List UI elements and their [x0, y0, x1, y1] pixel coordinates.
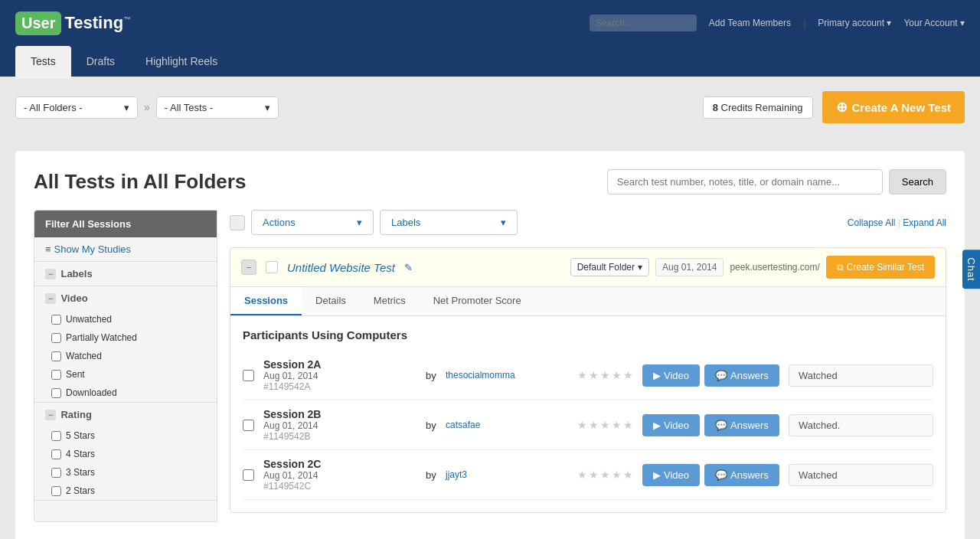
session-2a-date: Aug 01, 2014 [263, 371, 416, 381]
filter-5stars[interactable]: 5 Stars [34, 426, 217, 445]
folder-arrow-separator: » [144, 101, 150, 113]
star-5[interactable]: ★ [623, 419, 633, 431]
star-3[interactable]: ★ [600, 469, 610, 481]
show-my-studies-link[interactable]: ≡ Show My Studies [34, 237, 217, 262]
top-search-input[interactable] [590, 15, 697, 31]
3stars-checkbox[interactable] [51, 468, 61, 478]
tab-details[interactable]: Details [302, 287, 360, 315]
star-4[interactable]: ★ [612, 419, 622, 431]
star-3[interactable]: ★ [600, 419, 610, 431]
session-2a-info: Session 2A Aug 01, 2014 #1149542A [263, 358, 416, 392]
star-1[interactable]: ★ [577, 419, 587, 431]
sessions-content: Participants Using Computers Session 2A … [230, 316, 946, 512]
session-2b-answers-button[interactable]: 💬 Answers [704, 414, 779, 436]
test-select[interactable]: - All Tests - ▾ [156, 96, 279, 119]
session-2b-checkbox[interactable] [243, 420, 254, 431]
actions-dropdown[interactable]: Actions ▾ [251, 210, 374, 235]
tab-tests[interactable]: Tests [15, 46, 71, 79]
session-2c-title[interactable]: Session 2C [263, 458, 416, 470]
star-4[interactable]: ★ [612, 469, 622, 481]
star-2[interactable]: ★ [589, 369, 599, 381]
4stars-checkbox[interactable] [51, 449, 61, 459]
star-3[interactable]: ★ [600, 369, 610, 381]
collapse-video-icon: − [45, 293, 56, 304]
test-folder-dropdown[interactable]: Default Folder ▾ [570, 258, 649, 276]
collapse-all-link[interactable]: Collapse All [848, 217, 896, 228]
sent-checkbox[interactable] [51, 370, 61, 380]
search-button[interactable]: Search [889, 169, 946, 194]
star-2[interactable]: ★ [589, 469, 599, 481]
session-2a-user[interactable]: thesocialmomma [446, 370, 568, 381]
main-content: All Tests in All Folders Search Filter A… [0, 136, 980, 539]
search-input[interactable] [607, 169, 883, 194]
filter-group-rating-header[interactable]: − Rating [34, 403, 217, 426]
chat-tab[interactable]: Chat [962, 250, 980, 289]
2stars-checkbox[interactable] [51, 486, 61, 496]
star-1[interactable]: ★ [577, 369, 587, 381]
5stars-checkbox[interactable] [51, 431, 61, 441]
filter-partially-watched[interactable]: Partially Watched [34, 328, 217, 347]
star-2[interactable]: ★ [589, 419, 599, 431]
expand-all-link[interactable]: Expand All [903, 217, 946, 228]
test-edit-icon[interactable]: ✎ [404, 262, 413, 273]
star-5[interactable]: ★ [623, 469, 633, 481]
session-2a-title[interactable]: Session 2A [263, 358, 416, 371]
filter-downloaded[interactable]: Downloaded [34, 384, 217, 402]
star-1[interactable]: ★ [577, 469, 587, 481]
filter-3stars[interactable]: 3 Stars [34, 463, 217, 482]
watched-checkbox[interactable] [51, 351, 61, 361]
partially-watched-checkbox[interactable] [51, 333, 61, 343]
test-title-link[interactable]: Untitled Website Test [287, 261, 395, 274]
answers-icon: 💬 [715, 469, 727, 481]
create-new-test-button[interactable]: ⊕ Create A New Test [822, 91, 965, 123]
unwatched-checkbox[interactable] [51, 315, 61, 325]
session-2c-user[interactable]: jjayt3 [446, 469, 568, 480]
tab-metrics[interactable]: Metrics [360, 287, 420, 315]
select-all-checkbox[interactable] [230, 215, 245, 230]
session-2a-by-label: by [426, 370, 436, 381]
session-2c-answers-button[interactable]: 💬 Answers [704, 464, 779, 486]
filter-all-sessions-header[interactable]: Filter All Sessions [34, 211, 217, 237]
test-collapse-button[interactable]: − [241, 260, 256, 275]
filter-watched[interactable]: Watched [34, 347, 217, 365]
folder-select[interactable]: - All Folders - ▾ [15, 96, 138, 119]
logo-user-text: User [21, 15, 55, 31]
test-checkbox[interactable] [266, 261, 278, 273]
session-2a-status: Watched [789, 364, 933, 387]
star-5[interactable]: ★ [623, 369, 633, 381]
search-row: Search [607, 169, 946, 194]
session-2a-id: #1149542A [263, 381, 416, 392]
tab-highlight-reels[interactable]: Highlight Reels [130, 46, 233, 79]
table-row: Session 2A Aug 01, 2014 #1149542A by the… [243, 351, 933, 400]
session-2a-answers-button[interactable]: 💬 Answers [704, 364, 779, 387]
session-2b-user[interactable]: catsafae [446, 420, 568, 430]
star-4[interactable]: ★ [612, 369, 622, 381]
filter-2stars[interactable]: 2 Stars [34, 482, 217, 500]
primary-account-link[interactable]: Primary account ▾ [818, 18, 891, 28]
tab-sessions[interactable]: Sessions [230, 287, 302, 315]
add-team-members-link[interactable]: Add Team Members [709, 18, 791, 28]
create-similar-button[interactable]: ⧉ Create Similar Test [826, 256, 935, 279]
labels-dropdown[interactable]: Labels ▾ [380, 210, 518, 235]
downloaded-checkbox[interactable] [51, 388, 61, 398]
session-2b-by-label: by [426, 420, 436, 431]
filter-4stars[interactable]: 4 Stars [34, 445, 217, 463]
session-2a-actions: ▶ Video 💬 Answers [642, 364, 779, 387]
session-2c-date: Aug 01, 2014 [263, 470, 416, 481]
filter-group-labels-header[interactable]: − Labels [34, 262, 217, 286]
tab-drafts[interactable]: Drafts [71, 46, 130, 79]
session-2c-checkbox[interactable] [243, 469, 254, 481]
session-2a-video-button[interactable]: ▶ Video [642, 364, 700, 387]
filter-sent[interactable]: Sent [34, 365, 217, 384]
create-similar-icon: ⧉ [837, 262, 844, 273]
filter-group-video-header[interactable]: − Video [34, 286, 217, 310]
tab-nps[interactable]: Net Promoter Score [420, 287, 535, 315]
session-2b-date: Aug 01, 2014 [263, 420, 416, 431]
session-2c-video-button[interactable]: ▶ Video [642, 464, 700, 486]
sub-header: - All Folders - ▾ » - All Tests - ▾ 8 Cr… [0, 79, 980, 136]
session-2b-video-button[interactable]: ▶ Video [642, 414, 700, 436]
your-account-link[interactable]: Your Account ▾ [903, 18, 965, 28]
session-2b-title[interactable]: Session 2B [263, 408, 416, 420]
session-2a-checkbox[interactable] [243, 370, 254, 381]
filter-unwatched[interactable]: Unwatched [34, 310, 217, 328]
